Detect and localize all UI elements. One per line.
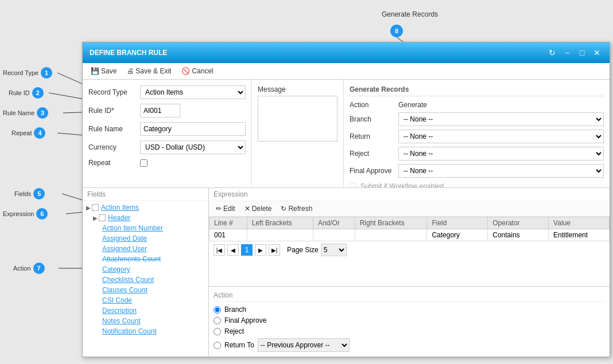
gen-branch-select[interactable]: -- None -- [398,112,604,126]
fields-tree[interactable]: ▶ Action Items ▶ Header Action Item Numb… [83,201,208,356]
action-section: Action Branch Final Approve Reject Retur… [209,287,610,357]
rule-name-row: Rule Name [88,122,246,136]
final-approve-radio[interactable] [214,317,221,324]
save-exit-icon: 🖨 [127,67,134,75]
delete-button[interactable]: ✕ Delete [242,203,274,214]
fields-title: Fields [83,188,208,201]
page-size-select[interactable]: 5 10 20 [321,244,347,256]
rule-name-input[interactable] [140,122,246,136]
currency-row: Currency USD - Dollar (USD) [88,140,246,154]
tree-action-items[interactable]: ▶ Action Items [84,202,207,213]
refresh-icon: ↻ [281,205,286,213]
expression-action-area: Expression ✏ Edit ✕ Delete ↻ Refresh [209,188,610,357]
tree-clauses-count[interactable]: Clauses Count [84,285,207,295]
cell-line: 001 [209,229,247,241]
col-field: Field [427,217,488,229]
prev-page-button[interactable]: ◀ [227,244,239,256]
record-type-row: Record Type Action Items [88,85,246,99]
delete-icon: ✕ [245,205,250,213]
reject-radio[interactable] [214,328,221,335]
last-page-button[interactable]: ▶| [269,244,280,256]
message-label: Message [258,85,337,93]
col-left-brackets: Left Brackets [247,217,313,229]
final-approve-label: Final Approve [224,316,266,324]
annotation-label-action: Action [13,265,31,272]
return-to-radio[interactable] [214,342,221,349]
cell-right-brackets [355,229,427,241]
rule-id-row: Rule ID* [88,104,246,118]
col-right-brackets: Right Brackets [355,217,427,229]
rule-id-input[interactable] [140,104,180,118]
table-row: 001 Category Contains Entitlement [209,229,610,241]
annotation-label-expression: Expression [3,210,34,217]
expression-table-container: Line # Left Brackets And/Or Right Bracke… [209,217,610,241]
save-button[interactable]: 💾 Save [88,66,119,76]
tree-item-label[interactable]: Action Items [101,203,139,212]
col-and-or: And/Or [313,217,355,229]
record-type-select[interactable]: Action Items [140,85,246,99]
repeat-checkbox[interactable] [140,159,148,167]
gen-reject-select[interactable]: -- None -- [398,147,604,161]
tree-arrow-icon: ▶ [86,205,91,211]
reject-radio-row: Reject [214,327,605,335]
return-to-row: Return To -- Previous Approver -- [214,338,605,352]
maximize-button[interactable]: □ [576,47,588,58]
tree-action-item-number[interactable]: Action Item Number [84,223,207,233]
tree-notification-count[interactable]: Notification Count [84,326,207,336]
annotation-bubble-record-type: 1 [41,67,52,79]
expression-section: Expression ✏ Edit ✕ Delete ↻ Refresh [209,188,610,287]
tree-description[interactable]: Description [84,306,207,316]
reject-label: Reject [224,327,244,335]
action-title: Action [214,291,605,302]
pagination: |◀ ◀ 1 ▶ ▶| Page Size 5 10 20 [209,241,610,259]
expression-toolbar: ✏ Edit ✕ Delete ↻ Refresh [209,201,610,217]
tree-item-label[interactable]: Header [108,214,130,222]
gen-return-row: Return -- None -- [350,130,604,143]
gen-final-approve-row: Final Approve -- None -- [350,164,604,178]
edit-button[interactable]: ✏ Edit [214,203,238,214]
tree-assigned-user[interactable]: Assigned User [84,244,207,254]
gen-final-approve-select[interactable]: -- None -- [398,164,604,178]
annotation-bubble-fields: 5 [33,188,45,199]
dialog-titlebar: DEFINE BRANCH RULE ↻ − □ ✕ [83,42,610,63]
close-button[interactable]: ✕ [591,47,603,58]
annotation-bubble-action: 7 [33,263,45,274]
tree-category[interactable]: Category [84,264,207,275]
fields-panel: Fields ▶ Action Items ▶ Header Action It… [83,188,209,357]
tree-header[interactable]: ▶ Header [84,213,207,223]
tree-csi-code[interactable]: CSI Code [84,295,207,306]
annotation-bubble-rule-id: 2 [32,87,44,99]
cell-value: Entitlement [549,229,610,241]
gen-return-select[interactable]: -- None -- [398,130,604,143]
col-operator: Operator [488,217,549,229]
next-page-button[interactable]: ▶ [255,244,266,256]
tree-arrow-icon: ▶ [93,215,98,221]
gen-return-label: Return [350,132,398,140]
gen-branch-row: Branch -- None -- [350,112,604,126]
refresh-expr-button[interactable]: ↻ Refresh [278,203,315,214]
cell-left-brackets [247,229,313,241]
return-to-select[interactable]: -- Previous Approver -- [258,338,350,352]
message-textarea[interactable] [258,96,337,142]
branch-label: Branch [224,306,246,314]
gen-reject-label: Reject [350,150,398,158]
currency-select[interactable]: USD - Dollar (USD) [140,140,246,154]
first-page-button[interactable]: |◀ [214,244,225,256]
cancel-icon: 🚫 [181,67,190,75]
gen-action-label: Action [350,101,398,109]
cancel-button[interactable]: 🚫 Cancel [179,66,215,76]
tree-assigned-date[interactable]: Assigned Date [84,233,207,244]
edit-icon: ✏ [216,205,222,213]
dialog-toolbar: 💾 Save 🖨 Save & Exit 🚫 Cancel [83,63,610,80]
col-line: Line # [209,217,247,229]
current-page: 1 [241,244,253,256]
refresh-button[interactable]: ↻ [546,47,558,58]
bottom-section: Fields ▶ Action Items ▶ Header Action It… [83,187,610,357]
tree-checklists-count[interactable]: Checklists Count [84,275,207,285]
tree-notes-count[interactable]: Notes Count [84,316,207,326]
save-exit-button[interactable]: 🖨 Save & Exit [125,66,173,76]
branch-radio[interactable] [214,306,221,314]
tree-attachments-count[interactable]: Attachments Count [84,254,207,264]
minimize-button[interactable]: − [561,47,573,58]
annotation-label-rule-id: Rule ID [9,89,30,96]
